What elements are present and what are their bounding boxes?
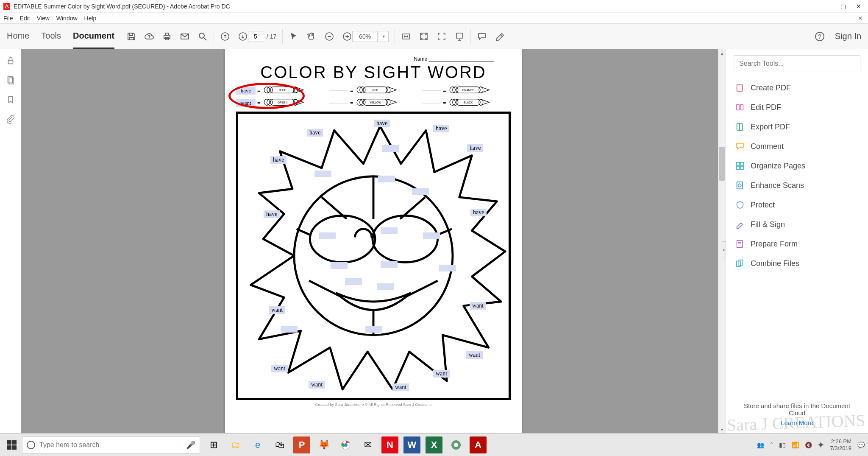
fill-word-field[interactable] — [423, 232, 440, 239]
fill-word-field[interactable]: want — [309, 381, 325, 389]
tab-home[interactable]: Home — [7, 24, 29, 49]
fill-word-field[interactable] — [412, 188, 429, 195]
tab-tools[interactable]: Tools — [41, 24, 61, 49]
fill-word-field[interactable] — [365, 326, 382, 333]
fill-word-field[interactable] — [378, 176, 395, 182]
learn-more-link[interactable]: Learn More — [726, 419, 868, 433]
start-button[interactable] — [3, 436, 20, 453]
scrollbar-thumb[interactable] — [719, 147, 725, 181]
tool-enhance-scans[interactable]: Enhance Scans — [726, 176, 868, 195]
thumbnails-icon[interactable] — [6, 76, 15, 85]
legend-word-field[interactable] — [329, 90, 348, 91]
legend-word-field[interactable] — [422, 103, 441, 104]
edge-icon[interactable]: e — [249, 436, 266, 453]
fill-word-field[interactable] — [314, 171, 331, 177]
tool-comment[interactable]: Comment — [726, 137, 868, 156]
fill-word-field[interactable] — [381, 227, 398, 234]
minimize-button[interactable]: — — [824, 3, 830, 10]
fit-width-icon[interactable] — [401, 31, 411, 42]
zoom-dropdown-icon[interactable]: ▾ — [379, 31, 389, 42]
fill-word-field[interactable] — [381, 261, 398, 268]
mail-app-icon[interactable]: ✉ — [359, 436, 376, 453]
right-panel-collapse-button[interactable]: ▸ — [722, 241, 726, 258]
lock-icon[interactable] — [6, 56, 15, 65]
dropbox-icon[interactable]: ⯌ — [818, 442, 824, 448]
acrobat-task-icon[interactable]: A — [470, 436, 487, 453]
fill-word-field[interactable]: have — [264, 210, 280, 218]
fill-word-field[interactable]: want — [269, 306, 285, 314]
read-mode-icon[interactable] — [454, 31, 465, 42]
fill-word-field[interactable]: want — [466, 351, 483, 359]
taskbar-search-input[interactable] — [39, 441, 182, 449]
fill-word-field[interactable]: want — [470, 302, 486, 310]
chrome-active-icon[interactable] — [448, 436, 465, 453]
attachments-icon[interactable] — [6, 115, 15, 124]
battery-icon[interactable]: ▮▯ — [779, 442, 786, 448]
powerpoint-icon[interactable]: P — [293, 436, 310, 453]
fill-word-field[interactable]: have — [270, 156, 287, 164]
fill-word-field[interactable]: want — [433, 370, 450, 378]
tools-search-input[interactable] — [739, 60, 855, 67]
fill-word-field[interactable]: have — [374, 120, 390, 127]
excel-icon[interactable]: X — [426, 436, 442, 453]
menu-help[interactable]: Help — [84, 15, 97, 22]
fill-word-field[interactable] — [281, 326, 298, 333]
taskbar-clock[interactable]: 2:26 PM 7/3/2019 — [830, 438, 851, 451]
legend-word-field[interactable]: have — [236, 87, 256, 95]
hand-tool-icon[interactable] — [306, 31, 317, 42]
page-down-icon[interactable] — [238, 31, 248, 42]
task-view-icon[interactable]: ⊞ — [205, 436, 222, 453]
fill-word-field[interactable] — [439, 265, 456, 271]
fill-word-field[interactable]: want — [392, 383, 409, 391]
fit-page-icon[interactable] — [419, 31, 429, 42]
tool-fill-sign[interactable]: Fill & Sign — [726, 215, 868, 234]
menu-view[interactable]: View — [37, 15, 50, 22]
fill-word-field[interactable] — [377, 283, 394, 290]
document-close-button[interactable]: ✕ — [858, 15, 863, 22]
tool-organize-pages[interactable]: Organize Pages — [726, 156, 868, 176]
microphone-icon[interactable]: 🎤 — [186, 440, 195, 450]
tool-create-pdf[interactable]: Create PDF — [726, 78, 868, 98]
tool-prepare-form[interactable]: Prepare Form — [726, 234, 868, 254]
volume-icon[interactable]: 🔇 — [805, 442, 812, 448]
zoom-level[interactable]: 60% — [352, 31, 378, 42]
fill-word-field[interactable] — [345, 278, 362, 285]
fill-word-field[interactable] — [331, 262, 348, 269]
tray-chevron-icon[interactable]: ˄ — [770, 442, 773, 448]
legend-word-field[interactable] — [329, 103, 348, 104]
taskbar-search[interactable]: 🎤 — [22, 436, 200, 453]
fullscreen-icon[interactable] — [437, 31, 447, 42]
chrome-icon[interactable] — [337, 436, 354, 453]
tool-protect[interactable]: Protect — [726, 195, 868, 215]
help-icon[interactable]: ? — [815, 31, 825, 42]
store-icon[interactable]: 🛍 — [271, 436, 288, 453]
fill-word-field[interactable]: want — [271, 365, 288, 372]
legend-word-field[interactable] — [422, 90, 441, 91]
page-number-input[interactable] — [248, 31, 263, 42]
menu-window[interactable]: Window — [56, 15, 78, 22]
sign-in-button[interactable]: Sign In — [835, 31, 861, 41]
menu-edit[interactable]: Edit — [20, 15, 30, 22]
mail-icon[interactable] — [180, 31, 190, 42]
tool-combine-files[interactable]: Combine Files — [726, 254, 868, 273]
print-icon[interactable] — [162, 31, 172, 42]
people-icon[interactable]: 👥 — [757, 442, 764, 448]
fill-word-field[interactable]: have — [470, 209, 487, 216]
firefox-icon[interactable]: 🦊 — [315, 436, 332, 453]
fill-word-field[interactable] — [382, 145, 399, 152]
cloud-icon[interactable] — [144, 31, 154, 42]
tool-export-pdf[interactable]: Export PDF — [726, 117, 868, 137]
zoom-out-icon[interactable] — [324, 31, 334, 42]
scroll-up-icon[interactable]: ▴ — [718, 49, 726, 57]
fill-word-field[interactable] — [319, 232, 336, 239]
menu-file[interactable]: File — [3, 15, 13, 22]
maximize-button[interactable]: ▢ — [840, 3, 846, 10]
bookmark-icon[interactable] — [6, 95, 15, 104]
search-icon[interactable] — [198, 31, 208, 42]
fill-word-field[interactable]: have — [307, 129, 323, 137]
tab-document[interactable]: Document — [73, 24, 114, 49]
netflix-icon[interactable]: N — [381, 436, 398, 453]
tool-edit-pdf[interactable]: Edit PDF — [726, 98, 868, 117]
highlight-icon[interactable] — [495, 31, 505, 42]
wifi-icon[interactable]: 📶 — [792, 442, 799, 448]
